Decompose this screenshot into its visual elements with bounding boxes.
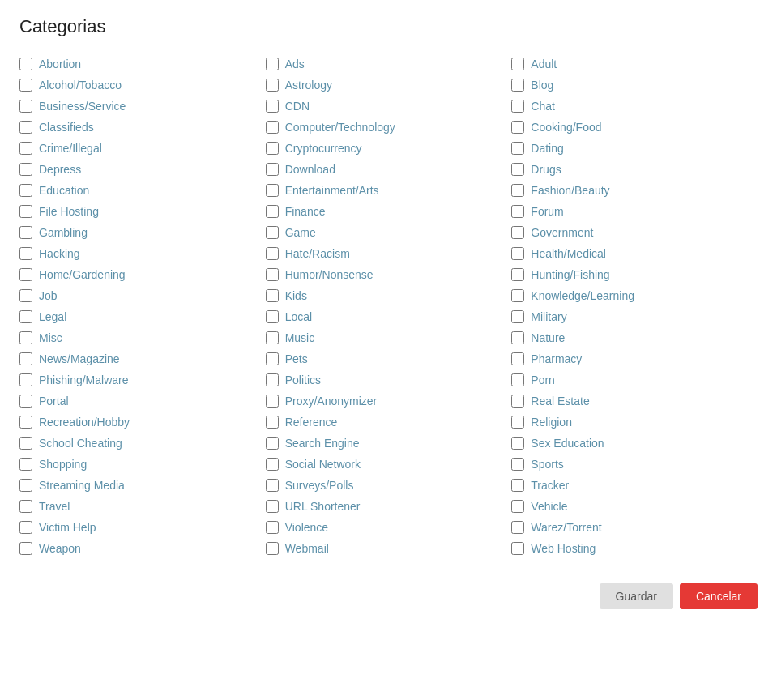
list-item[interactable]: Ads (266, 53, 512, 75)
category-checkbox[interactable] (266, 521, 279, 534)
category-checkbox[interactable] (266, 58, 279, 70)
list-item[interactable]: Alcohol/Tobacco (19, 75, 266, 96)
list-item[interactable]: Astrology (266, 75, 512, 96)
list-item[interactable]: Pets (266, 348, 512, 369)
list-item[interactable]: Entertainment/Arts (266, 180, 512, 201)
list-item[interactable]: Violence (266, 517, 512, 538)
list-item[interactable]: Webmail (266, 538, 512, 559)
list-item[interactable]: Hacking (19, 243, 266, 264)
category-checkbox[interactable] (19, 205, 32, 218)
category-checkbox[interactable] (19, 331, 32, 344)
category-checkbox[interactable] (19, 310, 32, 323)
list-item[interactable]: Business/Service (19, 96, 266, 117)
category-checkbox[interactable] (511, 395, 524, 408)
category-checkbox[interactable] (266, 437, 279, 450)
list-item[interactable]: Weapon (19, 538, 266, 559)
list-item[interactable]: Phishing/Malware (19, 369, 266, 391)
category-checkbox[interactable] (511, 121, 524, 134)
category-checkbox[interactable] (19, 79, 32, 92)
list-item[interactable]: Fashion/Beauty (511, 180, 758, 201)
category-checkbox[interactable] (511, 542, 524, 555)
category-checkbox[interactable] (19, 416, 32, 429)
category-checkbox[interactable] (266, 395, 279, 408)
category-checkbox[interactable] (511, 352, 524, 365)
list-item[interactable]: Local (266, 306, 512, 327)
category-checkbox[interactable] (266, 121, 279, 134)
list-item[interactable]: Reference (266, 412, 512, 433)
category-checkbox[interactable] (511, 289, 524, 302)
category-checkbox[interactable] (19, 373, 32, 386)
save-button[interactable]: Guardar (600, 583, 673, 609)
list-item[interactable]: Forum (511, 201, 758, 222)
list-item[interactable]: Proxy/Anonymizer (266, 391, 512, 412)
list-item[interactable]: Surveys/Polls (266, 475, 512, 496)
category-checkbox[interactable] (19, 479, 32, 492)
list-item[interactable]: Humor/Nonsense (266, 264, 512, 285)
category-checkbox[interactable] (266, 247, 279, 260)
category-checkbox[interactable] (19, 395, 32, 408)
list-item[interactable]: Education (19, 180, 266, 201)
list-item[interactable]: Politics (266, 369, 512, 391)
category-checkbox[interactable] (19, 458, 32, 471)
category-checkbox[interactable] (511, 142, 524, 155)
list-item[interactable]: Job (19, 285, 266, 306)
list-item[interactable]: URL Shortener (266, 496, 512, 517)
category-checkbox[interactable] (19, 58, 32, 70)
category-checkbox[interactable] (511, 479, 524, 492)
category-checkbox[interactable] (511, 247, 524, 260)
list-item[interactable]: File Hosting (19, 201, 266, 222)
list-item[interactable]: Gambling (19, 222, 266, 243)
list-item[interactable]: Victim Help (19, 517, 266, 538)
category-checkbox[interactable] (266, 142, 279, 155)
category-checkbox[interactable] (19, 247, 32, 260)
list-item[interactable]: Sports (511, 454, 758, 475)
category-checkbox[interactable] (266, 479, 279, 492)
list-item[interactable]: Cooking/Food (511, 117, 758, 138)
list-item[interactable]: Misc (19, 327, 266, 348)
list-item[interactable]: Search Engine (266, 433, 512, 454)
list-item[interactable]: Blog (511, 75, 758, 96)
category-checkbox[interactable] (266, 184, 279, 197)
category-checkbox[interactable] (266, 310, 279, 323)
list-item[interactable]: Crime/Illegal (19, 138, 266, 159)
list-item[interactable]: News/Magazine (19, 348, 266, 369)
list-item[interactable]: Government (511, 222, 758, 243)
list-item[interactable]: Portal (19, 391, 266, 412)
list-item[interactable]: Game (266, 222, 512, 243)
category-checkbox[interactable] (266, 458, 279, 471)
category-checkbox[interactable] (511, 310, 524, 323)
category-checkbox[interactable] (266, 352, 279, 365)
category-checkbox[interactable] (511, 268, 524, 281)
category-checkbox[interactable] (511, 226, 524, 239)
category-checkbox[interactable] (19, 437, 32, 450)
category-checkbox[interactable] (266, 163, 279, 176)
category-checkbox[interactable] (19, 289, 32, 302)
list-item[interactable]: Nature (511, 327, 758, 348)
list-item[interactable]: Dating (511, 138, 758, 159)
list-item[interactable]: Social Network (266, 454, 512, 475)
list-item[interactable]: Depress (19, 159, 266, 180)
category-checkbox[interactable] (511, 416, 524, 429)
category-checkbox[interactable] (19, 142, 32, 155)
category-checkbox[interactable] (511, 184, 524, 197)
list-item[interactable]: Computer/Technology (266, 117, 512, 138)
category-checkbox[interactable] (511, 205, 524, 218)
category-checkbox[interactable] (266, 205, 279, 218)
list-item[interactable]: Chat (511, 96, 758, 117)
list-item[interactable]: Warez/Torrent (511, 517, 758, 538)
list-item[interactable]: Web Hosting (511, 538, 758, 559)
category-checkbox[interactable] (511, 79, 524, 92)
category-checkbox[interactable] (19, 163, 32, 176)
list-item[interactable]: Kids (266, 285, 512, 306)
list-item[interactable]: Music (266, 327, 512, 348)
category-checkbox[interactable] (511, 100, 524, 113)
list-item[interactable]: Cryptocurrency (266, 138, 512, 159)
list-item[interactable]: Military (511, 306, 758, 327)
list-item[interactable]: Hunting/Fishing (511, 264, 758, 285)
category-checkbox[interactable] (19, 100, 32, 113)
category-checkbox[interactable] (511, 331, 524, 344)
category-checkbox[interactable] (511, 373, 524, 386)
cancel-button[interactable]: Cancelar (680, 583, 758, 609)
list-item[interactable]: CDN (266, 96, 512, 117)
list-item[interactable]: Real Estate (511, 391, 758, 412)
